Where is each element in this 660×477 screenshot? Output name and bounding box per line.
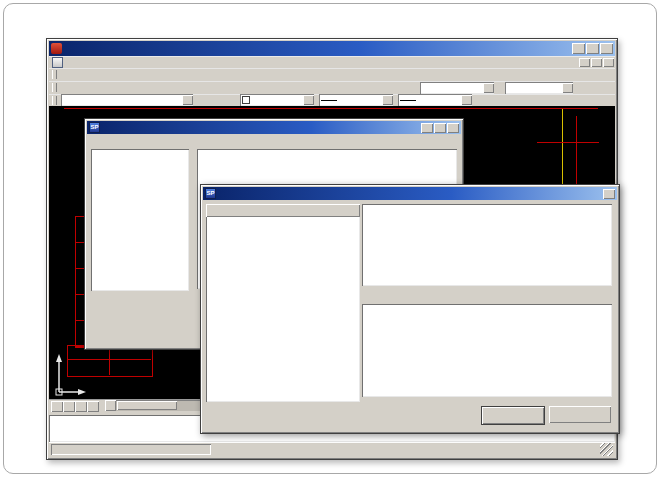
- field-table-panel: [91, 149, 189, 291]
- linetype-sample-icon: [321, 100, 337, 101]
- last-tab-button[interactable]: [87, 401, 99, 412]
- toolbar-handle[interactable]: [52, 70, 57, 79]
- scroll-left-icon[interactable]: [105, 400, 116, 411]
- chevron-down-icon[interactable]: [303, 95, 314, 105]
- doc-close-button[interactable]: [603, 58, 614, 67]
- lineweight-sample-icon: [400, 100, 416, 101]
- dialog-minimize-button[interactable]: [421, 123, 433, 133]
- scrollbar-thumb[interactable]: [117, 401, 177, 410]
- selected-table-panel: [362, 304, 612, 397]
- dialog-close-button[interactable]: [447, 123, 459, 133]
- drawing-file-icon: [52, 57, 63, 68]
- toolbar-handle[interactable]: [52, 96, 57, 105]
- ok-button[interactable]: [481, 406, 545, 425]
- doc-restore-button[interactable]: [591, 58, 602, 67]
- styles-toolbar: [49, 81, 615, 94]
- red-dimension-line-h: [537, 142, 599, 143]
- dim-style-combo[interactable]: [505, 82, 573, 94]
- chevron-down-icon[interactable]: [562, 83, 573, 93]
- sp-plugin-icon: SP: [205, 188, 216, 199]
- close-button[interactable]: [600, 43, 613, 54]
- restore-button[interactable]: [586, 43, 599, 54]
- chevron-down-icon[interactable]: [182, 95, 193, 105]
- dialog-maximize-button[interactable]: [434, 123, 446, 133]
- sp-plugin-icon: SP: [89, 122, 100, 133]
- first-tab-button[interactable]: [51, 401, 63, 412]
- material-tree-panel: [206, 204, 360, 402]
- ucs-icon: [51, 352, 87, 398]
- layers-toolbar: [49, 94, 615, 106]
- toolbar-handle[interactable]: [52, 83, 57, 92]
- layer-combo[interactable]: [61, 94, 193, 106]
- chevron-down-icon[interactable]: [461, 95, 472, 105]
- cad-info-dialog-titlebar[interactable]: SP: [87, 121, 461, 134]
- browse-material-dialog: SP: [200, 184, 620, 434]
- chevron-down-icon[interactable]: [382, 95, 393, 105]
- current-color-swatch: [242, 96, 250, 104]
- resize-grip[interactable]: [600, 443, 613, 456]
- next-tab-button[interactable]: [75, 401, 87, 412]
- lineweight-combo[interactable]: [398, 94, 472, 106]
- yellow-dimension-line: [562, 109, 563, 194]
- red-frame-line: [64, 108, 598, 109]
- coordinate-readout[interactable]: [51, 444, 211, 455]
- color-combo[interactable]: [240, 94, 314, 106]
- cancel-button[interactable]: [549, 406, 611, 423]
- dialog-close-button[interactable]: [603, 189, 615, 199]
- window-controls: [572, 43, 613, 54]
- chevron-down-icon[interactable]: [483, 83, 494, 93]
- linetype-combo[interactable]: [319, 94, 393, 106]
- document-window-controls: [579, 58, 614, 67]
- browse-dialog-titlebar[interactable]: SP: [203, 187, 617, 200]
- tree-column-header[interactable]: [206, 204, 360, 217]
- autocad-logo-icon: [51, 43, 62, 54]
- result-table-panel: [362, 204, 612, 286]
- menu-bar: [49, 56, 615, 68]
- browse-dialog-controls: [603, 189, 615, 199]
- standard-toolbar: [49, 68, 615, 81]
- previous-tab-button[interactable]: [63, 401, 75, 412]
- title-bar[interactable]: [49, 41, 615, 56]
- text-style-combo[interactable]: [420, 82, 494, 94]
- minimize-button[interactable]: [572, 43, 585, 54]
- cad-info-dialog-controls: [421, 123, 459, 133]
- doc-minimize-button[interactable]: [579, 58, 590, 67]
- status-bar: [49, 442, 615, 457]
